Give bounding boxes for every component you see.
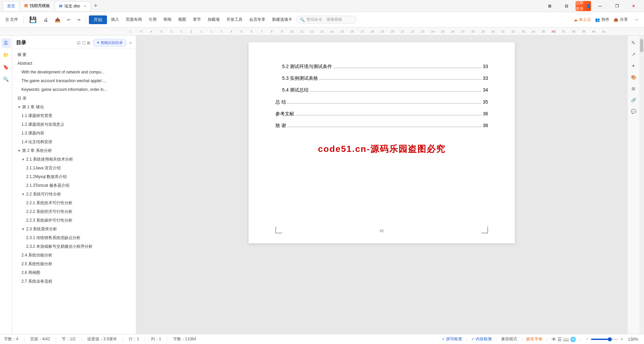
line-info-label: 行：1 — [129, 336, 139, 342]
toc-item-abstract-line3[interactable]: Keywords: game account information, orde… — [12, 85, 136, 94]
check-box-icon[interactable]: ☐ — [82, 41, 86, 45]
share-button[interactable]: 📤 分享 — [613, 17, 628, 22]
window-tile-icon[interactable]: ⊟ — [559, 1, 574, 11]
start-button[interactable]: 开始 — [89, 15, 107, 24]
search-box[interactable]: 🔍 查找命令、搜索模板 — [296, 16, 357, 23]
check-all-icon[interactable]: ☑ — [77, 41, 80, 45]
sidebar-close-button[interactable]: × — [129, 40, 132, 46]
page-layout-menu[interactable]: 页面布局 — [123, 15, 145, 24]
bookmark-left-icon[interactable]: 🔖 — [1, 62, 11, 72]
cloud-status-button[interactable]: ☁ 未上云 — [574, 17, 591, 22]
toc-item-1-1[interactable]: 1.1 课题研究背景 — [12, 111, 136, 120]
search-left-icon[interactable]: 🔍 — [1, 74, 11, 84]
ai-label: 智能识别目录 — [101, 40, 123, 45]
toc-item-2-1[interactable]: ▼ 2.1 系统使用相关技术分析 — [12, 155, 136, 164]
cursor-right-icon[interactable]: ↗ — [629, 50, 638, 59]
view-menu[interactable]: 视图 — [175, 15, 189, 24]
review-menu[interactable]: 审阅 — [161, 15, 174, 24]
toc-item-2-3-1[interactable]: 2.3.1 传统销售系统优缺点分析 — [12, 233, 136, 242]
toc-item-1-3[interactable]: 1.3 课题内容 — [12, 129, 136, 137]
maximize-button[interactable]: ❐ — [609, 1, 625, 11]
newtab-menu[interactable]: 新建选项卡 — [269, 15, 295, 24]
eye-view-icon[interactable]: 👁 — [551, 337, 556, 342]
cloud-icon: ☁ — [574, 17, 578, 22]
file-menu[interactable]: ☰ 文件 — [3, 15, 21, 24]
tab-close-icon[interactable]: ✕ — [84, 4, 86, 8]
zoom-slider-track[interactable] — [591, 339, 618, 340]
window-layout-icon[interactable]: ⊞ — [542, 1, 557, 11]
list-view-icon[interactable]: ☰ — [557, 337, 562, 342]
toc-item-2-1-1[interactable]: 2.1.1Java 语言介绍 — [12, 164, 136, 172]
zoom-level-label[interactable]: 130% — [628, 337, 640, 342]
paint-right-icon[interactable]: 🎨 — [629, 72, 638, 82]
new-tab-button[interactable]: + — [91, 2, 100, 9]
globe-view-icon[interactable]: 🌐 — [570, 337, 576, 342]
cloud-left-icon[interactable]: 📁 — [1, 50, 11, 60]
font-missing-label[interactable]: 缺失字体 — [526, 336, 542, 342]
print-icon-button[interactable]: 🖨 — [41, 16, 51, 24]
toc-item-2-4[interactable]: 2.4 系统功能分析 — [12, 251, 136, 260]
undo-button[interactable]: ↩ — [64, 16, 73, 23]
toc-item-2-1-3[interactable]: 2.1.3Tomcat 服务器介绍 — [12, 181, 136, 190]
toc-content[interactable]: 摘 要 Abstract With the development of net… — [12, 49, 136, 334]
toc-item-ch2[interactable]: ▼ 第 2 章 系统分析 — [12, 146, 136, 155]
menu-toolbar: ☰ 文件 💾 🖨 📤 ↩ ↪ 开始 插入 页面布局 引用 审阅 视图 章节 加载… — [0, 12, 644, 27]
toc-item-1-4[interactable]: 1.4 论文结构安排 — [12, 137, 136, 146]
toc-item-abstract-line2[interactable]: The game account transaction wechat appl… — [12, 76, 136, 85]
close-button[interactable]: ✕ — [626, 1, 641, 11]
tab-home[interactable]: 首页 — [3, 1, 19, 11]
zoom-in-button[interactable]: ＋ — [620, 336, 624, 342]
insert-menu[interactable]: 插入 — [108, 15, 122, 24]
toc-item-1-2[interactable]: 1.2 课题现状与实现意义 — [12, 120, 136, 129]
toc-item-2-6[interactable]: 2.6 用例图 — [12, 268, 136, 277]
ch2-arrow-icon: ▼ — [17, 148, 21, 153]
2-2-arrow-icon: ▼ — [21, 192, 25, 197]
toc-icon[interactable]: ☰ — [1, 38, 11, 48]
toc-item-2-7[interactable]: 2.7 系统业务流程 — [12, 277, 136, 286]
tab-template[interactable]: 稻 找稻壳模板 — [20, 1, 54, 11]
toc-item-abstract-en[interactable]: Abstract — [12, 59, 136, 68]
toc-item-2-2-3[interactable]: 2.2.3 系统操作可行性分析 — [12, 216, 136, 225]
toc-item-2-3-2[interactable]: 2.3.2 本游戏账号交易微信小程序分析 — [12, 242, 136, 251]
toc-item-2-5[interactable]: 2.5 系统性能分析 — [12, 260, 136, 268]
chapter-menu[interactable]: 章节 — [190, 15, 204, 24]
export-icon-button[interactable]: 📤 — [52, 16, 63, 24]
more-options-button[interactable]: ⋯ — [632, 16, 641, 23]
addons-menu[interactable]: 加载项 — [205, 15, 222, 24]
toc-item-2-1-2[interactable]: 2.1.2Mysql 数据库介绍 — [12, 172, 136, 181]
expand-icon[interactable]: ⊞ — [87, 41, 90, 45]
toc-item-toc[interactable]: 目 录 — [12, 94, 136, 103]
vip-menu[interactable]: 会员专享 — [247, 15, 268, 24]
toc-item-2-3[interactable]: ▼ 2.3 系统需求分析 — [12, 225, 136, 233]
zoom-slider[interactable]: － ＋ — [585, 336, 624, 342]
ai-toc-button[interactable]: ✦ 智能识别目录 — [93, 39, 126, 47]
book-view-icon[interactable]: 📖 — [563, 337, 569, 342]
toc-page-references: 36 — [483, 110, 488, 118]
reference-menu[interactable]: 引用 — [146, 15, 159, 24]
grid-right-icon[interactable]: ⊞ — [629, 84, 638, 93]
toc-item-ch1[interactable]: ▼ 第 1 章 绪论 — [12, 103, 136, 111]
toc-item-abstract-line1[interactable]: With the development of network and comp… — [12, 68, 136, 76]
zoom-slider-thumb[interactable] — [608, 337, 612, 341]
comment-right-icon[interactable]: 💬 — [629, 107, 638, 116]
spell-check-label[interactable]: ✓ 拼写检查 — [442, 336, 462, 342]
minimize-button[interactable]: — — [592, 1, 608, 11]
link-right-icon[interactable]: 🔗 — [629, 95, 638, 105]
magic-right-icon[interactable]: ✦ — [629, 61, 638, 70]
collab-button[interactable]: 👥 协作 — [595, 17, 609, 22]
scrollbar-area[interactable] — [639, 36, 644, 334]
edit-right-icon[interactable]: ✎ — [629, 38, 638, 48]
tab-doc[interactable]: W 论文.doc ✕ — [55, 1, 91, 11]
document-area[interactable]: 5.2 测试环境与测试条件 33 5.3 实例测试表格 33 5.4 测试总结 … — [136, 36, 627, 334]
zoom-out-button[interactable]: － — [585, 336, 589, 342]
save-icon-button[interactable]: 💾 — [26, 15, 39, 25]
toc-item-2-2[interactable]: ▼ 2.2 系统可行性分析 — [12, 190, 136, 198]
content-check-label[interactable]: ✓ 内容检测 — [471, 336, 492, 342]
devtools-menu[interactable]: 开发工具 — [224, 15, 245, 24]
toc-item-abstract[interactable]: 摘 要 — [12, 50, 136, 59]
redo-button[interactable]: ↪ — [74, 16, 83, 23]
toc-item-2-2-2[interactable]: 2.2.2 系统经济可行性分析 — [12, 207, 136, 216]
login-button[interactable]: 立即登录 👤 — [576, 1, 591, 11]
toc-item-2-2-1[interactable]: 2.2.1 系统技术可行性分析 — [12, 198, 136, 207]
scrollbar-thumb[interactable] — [640, 39, 643, 52]
